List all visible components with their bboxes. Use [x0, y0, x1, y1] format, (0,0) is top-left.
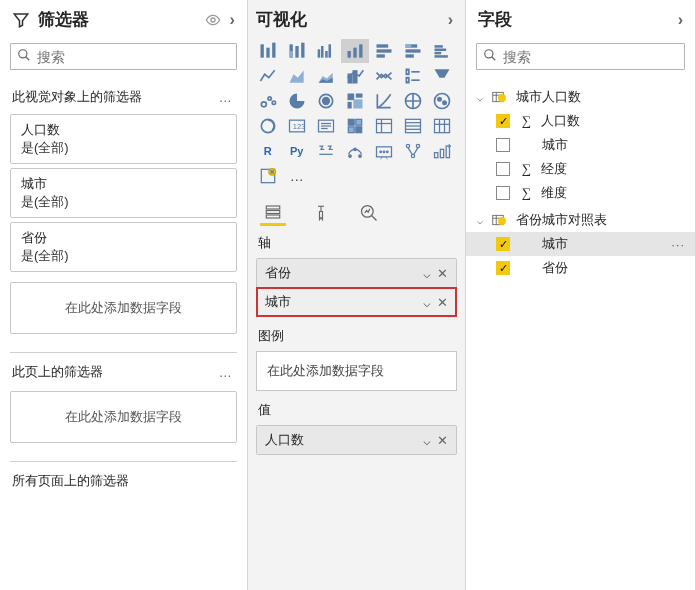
filter-card[interactable]: 人口数是(全部): [10, 114, 237, 164]
filters-search-input[interactable]: [37, 49, 230, 65]
collapse-chevron-icon[interactable]: ›: [229, 11, 234, 29]
more-icon[interactable]: …: [217, 90, 235, 105]
checkbox-checked[interactable]: ✓: [496, 114, 510, 128]
filters-pane: 筛选器 › 此视觉对象上的筛选器 … 人口数是(全部)城市是(全部)省份是(全部…: [0, 0, 248, 590]
svg-line-97: [492, 57, 496, 61]
value-field-well[interactable]: 人口数⌵✕: [256, 425, 457, 455]
svg-rect-60: [376, 119, 391, 132]
viz-type-31[interactable]: [341, 139, 369, 163]
viz-type-21[interactable]: [254, 114, 282, 138]
fields-title: 字段: [478, 8, 670, 31]
more-icon[interactable]: …: [217, 365, 235, 380]
viz-type-26[interactable]: [399, 114, 427, 138]
viz-type-20[interactable]: [428, 89, 456, 113]
sigma-icon: ∑: [522, 161, 531, 177]
table-row[interactable]: ⌵省份城市对照表: [466, 205, 695, 232]
svg-rect-57: [356, 119, 362, 125]
legend-field-well[interactable]: 在此处添加数据字段: [256, 351, 457, 391]
svg-point-47: [438, 98, 441, 101]
viz-type-25[interactable]: [370, 114, 398, 138]
checkbox[interactable]: [496, 162, 510, 176]
viz-type-12[interactable]: [399, 64, 427, 88]
svg-point-79: [406, 144, 409, 147]
viz-type-13[interactable]: [428, 64, 456, 88]
fields-search[interactable]: [476, 43, 685, 70]
svg-rect-14: [347, 51, 350, 58]
field-pill[interactable]: 人口数⌵✕: [257, 426, 456, 454]
viz-type-18[interactable]: [370, 89, 398, 113]
svg-rect-23: [405, 54, 413, 57]
viz-type-34[interactable]: [428, 139, 456, 163]
viz-type-27[interactable]: [428, 114, 456, 138]
viz-type-29[interactable]: Py: [283, 139, 311, 163]
visual-filters-dropzone[interactable]: 在此处添加数据字段: [10, 282, 237, 334]
viz-type-3[interactable]: [341, 39, 369, 63]
viz-type-7[interactable]: [254, 64, 282, 88]
checkbox-checked[interactable]: ✓: [496, 237, 510, 251]
viz-type-35[interactable]: [254, 164, 282, 188]
checkbox[interactable]: [496, 186, 510, 200]
viz-type-32[interactable]: [370, 139, 398, 163]
viz-type-6[interactable]: [428, 39, 456, 63]
page-filters-dropzone[interactable]: 在此处添加数据字段: [10, 391, 237, 443]
checkbox-checked[interactable]: ✓: [496, 261, 510, 275]
viz-type-8[interactable]: [283, 64, 311, 88]
field-row[interactable]: ✓省份: [466, 256, 695, 280]
field-pill[interactable]: 省份⌵✕: [257, 259, 456, 288]
more-icon[interactable]: ···: [669, 237, 687, 252]
viz-type-2[interactable]: [312, 39, 340, 63]
chevron-down-icon[interactable]: ⌵: [423, 295, 431, 310]
filter-card[interactable]: 省份是(全部): [10, 222, 237, 272]
viz-type-1[interactable]: [283, 39, 311, 63]
filters-search[interactable]: [10, 43, 237, 70]
chevron-down-icon[interactable]: ⌵: [423, 433, 431, 448]
svg-rect-42: [356, 94, 363, 98]
field-name: 维度: [541, 184, 687, 202]
chevron-down-icon[interactable]: ⌵: [423, 266, 431, 281]
viz-type-14[interactable]: [254, 89, 282, 113]
collapse-chevron-icon[interactable]: ›: [448, 11, 453, 29]
field-row[interactable]: 城市: [466, 133, 695, 157]
viz-type-24[interactable]: [341, 114, 369, 138]
remove-icon[interactable]: ✕: [437, 433, 448, 448]
viz-type-15[interactable]: [283, 89, 311, 113]
remove-icon[interactable]: ✕: [437, 295, 448, 310]
field-row[interactable]: ✓城市···: [466, 232, 695, 256]
viz-type-19[interactable]: [399, 89, 427, 113]
viz-type-16[interactable]: [312, 89, 340, 113]
viz-type-36[interactable]: …: [283, 164, 311, 188]
property-tabs: [248, 192, 465, 226]
viz-type-0[interactable]: [254, 39, 282, 63]
field-name: 经度: [541, 160, 687, 178]
svg-rect-84: [434, 153, 437, 158]
axis-field-well[interactable]: 省份⌵✕城市⌵✕: [256, 258, 457, 317]
field-row[interactable]: ∑经度: [466, 157, 695, 181]
format-tab[interactable]: [308, 200, 334, 226]
eye-icon[interactable]: [205, 12, 221, 28]
viz-type-30[interactable]: [312, 139, 340, 163]
viz-type-17[interactable]: [341, 89, 369, 113]
viz-type-28[interactable]: R: [254, 139, 282, 163]
viz-type-23[interactable]: [312, 114, 340, 138]
checkbox[interactable]: [496, 138, 510, 152]
filter-card[interactable]: 城市是(全部): [10, 168, 237, 218]
viz-type-5[interactable]: [399, 39, 427, 63]
viz-type-10[interactable]: [341, 64, 369, 88]
allpages-filters-label: 所有页面上的筛选器: [0, 462, 247, 494]
viz-type-22[interactable]: 123: [283, 114, 311, 138]
fields-search-input[interactable]: [503, 49, 678, 65]
field-pill[interactable]: 城市⌵✕: [257, 288, 456, 316]
field-row[interactable]: ∑维度: [466, 181, 695, 205]
viz-type-9[interactable]: [312, 64, 340, 88]
svg-rect-21: [405, 44, 411, 47]
remove-icon[interactable]: ✕: [437, 266, 448, 281]
field-name: 人口数: [541, 112, 687, 130]
viz-type-4[interactable]: [370, 39, 398, 63]
viz-type-33[interactable]: [399, 139, 427, 163]
table-row[interactable]: ⌵城市人口数: [466, 82, 695, 109]
field-row[interactable]: ✓∑人口数: [466, 109, 695, 133]
fields-tab[interactable]: [260, 200, 286, 226]
viz-type-11[interactable]: [370, 64, 398, 88]
collapse-chevron-icon[interactable]: ›: [678, 11, 683, 29]
analytics-tab[interactable]: [356, 200, 382, 226]
